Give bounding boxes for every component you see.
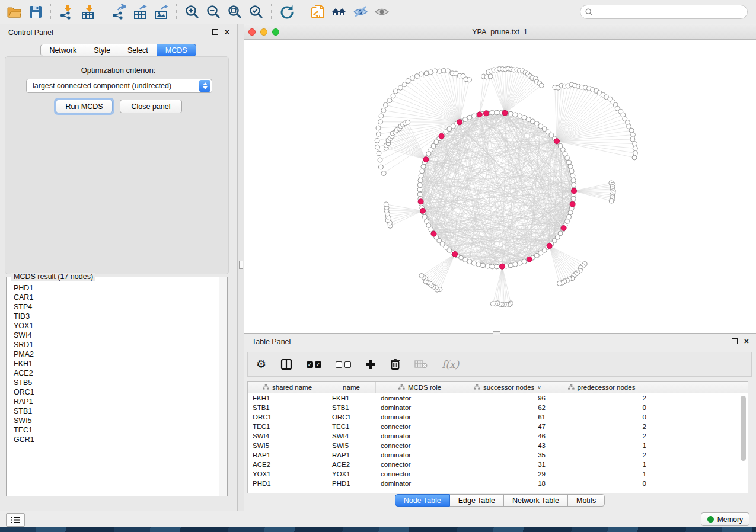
table-row[interactable]: ACE2ACE2connector311: [248, 460, 748, 469]
cell-MCDS-role[interactable]: dominator: [376, 404, 464, 411]
table-row[interactable]: FKH1FKH1dominator962: [248, 393, 748, 403]
open-session-icon[interactable]: [4, 3, 25, 21]
add-row-icon[interactable]: [365, 357, 376, 372]
table-row[interactable]: TEC1TEC1connector472: [248, 422, 748, 431]
mcds-result-list[interactable]: PHD1CAR1STP4TID3YOX1SWI4SRD1PMA2FKH1ACE2…: [7, 277, 227, 444]
tab-motifs[interactable]: Motifs: [568, 494, 605, 507]
mcds-result-item[interactable]: CAR1: [14, 293, 227, 302]
cell-successor-nodes[interactable]: 46: [464, 432, 551, 440]
cell-MCDS-role[interactable]: connector: [376, 461, 464, 468]
cell-predecessor-nodes[interactable]: 2: [551, 451, 652, 459]
tab-edge-table[interactable]: Edge Table: [450, 494, 504, 507]
cell-MCDS-role[interactable]: connector: [376, 423, 464, 430]
zoom-selected-icon[interactable]: [245, 3, 267, 21]
criterion-select[interactable]: largest connected component (undirected): [26, 79, 212, 93]
cell-predecessor-nodes[interactable]: 0: [551, 480, 652, 487]
refresh-icon[interactable]: [276, 3, 298, 21]
cell-name[interactable]: FKH1: [327, 395, 376, 402]
zoom-in-icon[interactable]: [181, 3, 203, 21]
maximize-window-icon[interactable]: [272, 28, 279, 36]
close-panel-button[interactable]: Close panel: [120, 100, 182, 113]
table-row[interactable]: SWI4SWI4dominator462: [248, 431, 748, 441]
cell-MCDS-role[interactable]: dominator: [376, 432, 464, 440]
export-image-icon[interactable]: [151, 3, 172, 21]
cell-successor-nodes[interactable]: 61: [464, 414, 551, 421]
table-row[interactable]: SWI5SWI5connector431: [248, 441, 748, 450]
cell-MCDS-role[interactable]: dominator: [376, 395, 464, 402]
cell-name[interactable]: TEC1: [327, 423, 376, 430]
hide-selected-icon[interactable]: [350, 3, 371, 21]
mcds-result-item[interactable]: FKH1: [14, 359, 227, 368]
mcds-result-item[interactable]: RAP1: [14, 397, 227, 406]
memory-button[interactable]: Memory: [701, 512, 749, 526]
float-window-icon[interactable]: [732, 338, 738, 344]
zoom-fit-icon[interactable]: [224, 3, 245, 21]
cell-name[interactable]: SWI5: [327, 442, 376, 449]
mcds-result-item[interactable]: TEC1: [14, 425, 227, 435]
cell-successor-nodes[interactable]: 29: [464, 470, 551, 477]
first-neighbors-icon[interactable]: [328, 3, 350, 21]
result-scrollbar[interactable]: [219, 277, 227, 496]
import-network-icon[interactable]: [56, 3, 77, 21]
mcds-result-item[interactable]: PHD1: [14, 283, 227, 293]
table-scrollbar-thumb[interactable]: [741, 396, 746, 461]
table-row[interactable]: RAP1RAP1dominator352: [248, 450, 748, 460]
mcds-result-item[interactable]: STB1: [14, 406, 227, 416]
close-panel-icon[interactable]: ×: [744, 338, 749, 344]
export-table-icon[interactable]: [129, 3, 151, 21]
cell-predecessor-nodes[interactable]: 0: [551, 404, 652, 411]
mcds-result-item[interactable]: ORC1: [14, 387, 227, 397]
cell-shared-name[interactable]: FKH1: [248, 395, 327, 402]
tab-select[interactable]: Select: [119, 44, 157, 56]
cell-name[interactable]: SWI4: [327, 432, 376, 440]
network-titlebar[interactable]: YPA_prune.txt_1: [244, 24, 756, 40]
divider-handle-horizontal[interactable]: [493, 331, 500, 335]
export-network-icon[interactable]: [108, 3, 129, 21]
table-row[interactable]: YOX1YOX1connector291: [248, 469, 748, 479]
cell-predecessor-nodes[interactable]: 1: [551, 442, 652, 449]
tab-network-table[interactable]: Network Table: [504, 494, 568, 507]
mcds-result-item[interactable]: TID3: [14, 312, 227, 321]
cell-shared-name[interactable]: SWI4: [248, 432, 327, 440]
network-canvas[interactable]: [244, 40, 756, 333]
cell-name[interactable]: YOX1: [327, 470, 376, 477]
task-history-button[interactable]: [6, 513, 25, 527]
tab-mcds[interactable]: MCDS: [157, 44, 196, 56]
settings-gear-icon[interactable]: ⚙: [256, 357, 266, 372]
tab-node-table[interactable]: Node Table: [395, 494, 450, 507]
run-mcds-button[interactable]: Run MCDS: [56, 100, 113, 113]
cell-successor-nodes[interactable]: 31: [464, 461, 551, 468]
close-panel-icon[interactable]: ×: [225, 29, 229, 35]
cell-name[interactable]: ORC1: [327, 414, 376, 421]
table-row[interactable]: STB1STB1dominator620: [248, 403, 748, 412]
float-window-icon[interactable]: [212, 29, 218, 35]
column-header-successor-nodes[interactable]: successor nodes∨: [464, 382, 551, 393]
cell-successor-nodes[interactable]: 43: [464, 442, 551, 449]
mcds-result-item[interactable]: SWI5: [14, 416, 227, 425]
cell-predecessor-nodes[interactable]: 2: [551, 432, 652, 440]
mcds-result-item[interactable]: ACE2: [14, 368, 227, 378]
cell-name[interactable]: ACE2: [327, 461, 376, 468]
cell-MCDS-role[interactable]: dominator: [376, 480, 464, 487]
cell-successor-nodes[interactable]: 18: [464, 480, 551, 487]
cell-MCDS-role[interactable]: dominator: [376, 414, 464, 421]
cell-shared-name[interactable]: ORC1: [248, 414, 327, 421]
cell-MCDS-role[interactable]: dominator: [376, 451, 464, 459]
show-all-icon[interactable]: [371, 3, 393, 21]
clone-network-icon[interactable]: [307, 3, 328, 21]
cell-shared-name[interactable]: RAP1: [248, 451, 327, 459]
cell-successor-nodes[interactable]: 96: [464, 395, 551, 402]
search-input[interactable]: [596, 7, 741, 17]
save-session-icon[interactable]: [25, 3, 46, 21]
tab-network[interactable]: Network: [40, 44, 85, 56]
table-row[interactable]: PHD1PHD1dominator180: [248, 479, 748, 488]
deselect-all-icon[interactable]: [336, 357, 351, 372]
zoom-out-icon[interactable]: [203, 3, 224, 21]
import-table-icon[interactable]: [77, 3, 98, 21]
tab-style[interactable]: Style: [85, 44, 119, 56]
column-header-shared-name[interactable]: shared name: [248, 382, 327, 393]
cell-MCDS-role[interactable]: connector: [376, 442, 464, 449]
cell-shared-name[interactable]: SWI5: [248, 442, 327, 449]
cell-successor-nodes[interactable]: 35: [464, 451, 551, 459]
cell-name[interactable]: STB1: [327, 404, 376, 411]
